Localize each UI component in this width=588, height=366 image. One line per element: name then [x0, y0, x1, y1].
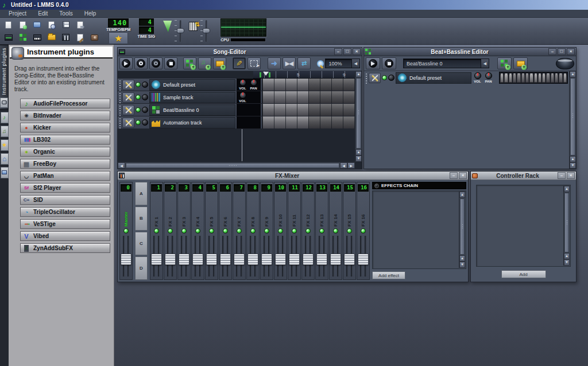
fx-channel-strip[interactable]: 10 FX 10: [274, 182, 287, 280]
toggle-song-editor-button[interactable]: [1, 31, 16, 44]
fx-channel-strip[interactable]: 5 FX 5: [205, 182, 218, 280]
track-mute-led[interactable]: [136, 107, 141, 112]
track-grip[interactable]: [118, 104, 121, 116]
track-solo-knob[interactable]: [142, 81, 148, 88]
bb-editor-close-button[interactable]: ×: [567, 48, 575, 55]
plugin-item[interactable]: VeSTige: [20, 219, 110, 229]
tab-factory-files[interactable]: ★: [1, 139, 9, 151]
open-project-button[interactable]: [16, 18, 30, 31]
controller-rack-vscrollbar[interactable]: ▲ ▲ ▼: [563, 186, 570, 266]
scroll-thumb[interactable]: [564, 193, 569, 252]
track-grip[interactable]: [118, 117, 121, 129]
recent-projects-button[interactable]: [44, 18, 59, 31]
channel-led[interactable]: [154, 228, 159, 233]
scroll-thumb[interactable]: [126, 163, 339, 168]
controller-rack-titlebar[interactable]: Controller Rack – ×: [471, 172, 576, 180]
channel-fader[interactable]: [179, 235, 189, 278]
fader-knob[interactable]: [344, 254, 355, 265]
beat-step[interactable]: [563, 73, 567, 83]
beat-step[interactable]: [534, 73, 537, 83]
scroll-up-button[interactable]: ▲: [459, 192, 465, 198]
beat-step[interactable]: [551, 73, 554, 83]
beat-step[interactable]: [538, 73, 541, 83]
track-name-plate[interactable]: Default preset: [396, 72, 471, 84]
bb-editor-titlebar[interactable]: Beat+Bassline Editor – □ ×: [364, 48, 576, 56]
track-name-plate[interactable]: Automation track: [149, 117, 235, 129]
record-while-playing-button[interactable]: [149, 57, 163, 69]
controller-rack-minimize-button[interactable]: –: [558, 172, 566, 179]
fx-channel-strip[interactable]: 3 FX 3: [177, 182, 191, 280]
fader-knob[interactable]: [247, 254, 258, 265]
plugin-item[interactable]: Vibed: [20, 231, 110, 241]
master-fader[interactable]: [121, 235, 131, 278]
track-timeline-cells[interactable]: [262, 116, 355, 129]
channel-led[interactable]: [181, 228, 187, 233]
track-solo-knob[interactable]: [388, 75, 394, 81]
track-solo-knob[interactable]: [142, 107, 148, 113]
fx-channel-strip[interactable]: 4 FX 4: [191, 182, 204, 280]
window-titlebar[interactable]: Untitled - LMMS 0.4.0: [0, 0, 588, 10]
track-mute-led[interactable]: [382, 75, 387, 80]
channel-led[interactable]: [292, 228, 297, 233]
channel-led[interactable]: [223, 228, 228, 233]
fx-channel-strip[interactable]: 9 FX 9: [260, 182, 273, 280]
track-mute-led[interactable]: [136, 82, 141, 87]
toggle-automation-editor-button[interactable]: [44, 31, 59, 44]
bb-play-button[interactable]: [366, 57, 380, 69]
scroll-thumb[interactable]: [570, 78, 575, 155]
channel-fader[interactable]: [206, 235, 217, 278]
effects-chain-vscrollbar[interactable]: ▲ ▲ ▼: [459, 192, 465, 268]
channel-led[interactable]: [264, 228, 269, 233]
plugin-item[interactable]: FreeBoy: [20, 159, 110, 169]
song-editor-titlebar[interactable]: Song-Editor – □ ×: [118, 48, 362, 56]
menu-edit[interactable]: Edit: [33, 10, 53, 17]
tab-my-samples[interactable]: ♪: [1, 112, 9, 123]
record-button[interactable]: [134, 57, 148, 69]
fx-channel-strip[interactable]: 2 FX 2: [164, 182, 177, 280]
bank-button[interactable]: C: [135, 232, 148, 255]
favorites-button[interactable]: ★: [109, 32, 128, 44]
play-button[interactable]: [119, 57, 133, 69]
draw-mode-button[interactable]: ✎: [233, 57, 246, 69]
scroll-up-button[interactable]: ▲: [355, 71, 362, 77]
scroll-down-button[interactable]: ▼: [564, 259, 570, 266]
channel-fader[interactable]: [165, 235, 176, 278]
plugin-item[interactable]: ZynAddSubFX: [20, 243, 110, 253]
scroll-up-button[interactable]: ▲: [564, 186, 570, 192]
plugin-item[interactable]: PatMan: [20, 171, 110, 181]
bb-editor-minimize-button[interactable]: –: [548, 48, 556, 55]
zoom-level-select[interactable]: 100% ◀: [325, 59, 360, 68]
master-volume-slider[interactable]: [174, 19, 187, 43]
fader-knob[interactable]: [261, 254, 272, 265]
bb-editor-maximize-button[interactable]: □: [558, 48, 566, 55]
fx-channel-strip[interactable]: 6 FX 6: [219, 182, 232, 280]
fx-channel-strip[interactable]: 12 FX 12: [301, 182, 315, 280]
track-operations-button[interactable]: [122, 92, 134, 103]
channel-fader[interactable]: [358, 235, 369, 278]
channel-led[interactable]: [361, 228, 366, 233]
fx-channel-strip[interactable]: 7 FX 7: [233, 182, 246, 280]
tab-my-presets[interactable]: ♫: [1, 126, 9, 137]
fx-channel-strip[interactable]: 15 FX 15: [343, 182, 356, 280]
channel-fader[interactable]: [234, 235, 245, 278]
channel-led[interactable]: [123, 228, 129, 233]
scroll-left-button[interactable]: ◀: [118, 162, 125, 169]
track-operations-button[interactable]: [369, 73, 381, 83]
track-operations-button[interactable]: [122, 105, 134, 115]
tab-my-home[interactable]: ⌂: [1, 153, 9, 165]
track-mute-led[interactable]: [136, 95, 141, 100]
channel-fader[interactable]: [220, 235, 231, 278]
channel-led[interactable]: [237, 228, 242, 233]
song-timeline[interactable]: 5 9 13 17: [253, 71, 355, 79]
beat-step[interactable]: [525, 73, 529, 83]
track-timeline-cells[interactable]: [262, 104, 355, 116]
beat-step[interactable]: [559, 73, 562, 83]
scroll-down-button[interactable]: ▼: [355, 155, 362, 162]
fader-knob[interactable]: [234, 254, 245, 265]
channel-fader[interactable]: [303, 235, 314, 278]
channel-led[interactable]: [209, 228, 214, 233]
fx-mixer-close-button[interactable]: ×: [459, 172, 467, 179]
track-solo-knob[interactable]: [142, 94, 148, 100]
channel-fader[interactable]: [192, 235, 203, 278]
master-pitch-knob[interactable]: [203, 28, 210, 33]
